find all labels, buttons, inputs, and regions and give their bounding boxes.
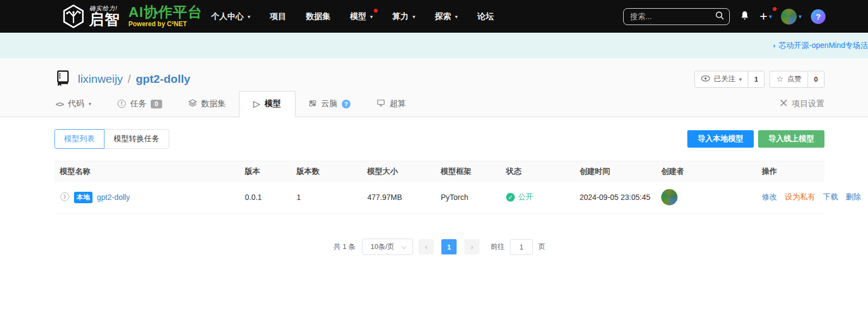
- monitor-icon: [377, 99, 385, 109]
- menu-models[interactable]: 模型 ▾: [350, 11, 373, 22]
- platform-title: AI协作平台: [128, 5, 202, 20]
- chevron-down-icon: ▾: [248, 14, 250, 20]
- chevron-down-icon: ▾: [739, 76, 742, 82]
- menu-datasets[interactable]: 数据集: [306, 11, 330, 22]
- col-status: 状态: [501, 161, 574, 182]
- layers-icon: [188, 99, 197, 109]
- page-size-select[interactable]: 10条/页: [362, 239, 413, 255]
- openi-logo[interactable]: 确实给力! 启智 AI协作平台 Powered by C²NET: [61, 4, 202, 29]
- menu-label: 项目: [270, 11, 286, 22]
- table-header-row: 模型名称 版本 版本数 模型大小 模型框架 状态 创建时间 创建者 操作: [54, 161, 824, 182]
- next-page-button[interactable]: ›: [464, 239, 479, 254]
- model-framework: PyTorch: [435, 182, 501, 214]
- watch-count[interactable]: 1: [748, 71, 764, 87]
- menu-explore[interactable]: 探索 ▾: [435, 11, 458, 22]
- repo-header: lixinweijy / gpt2-dolly 已关注 ▾ 1: [0, 58, 868, 117]
- col-version-count: 版本数: [291, 161, 362, 182]
- repo-book-icon: [54, 70, 71, 88]
- menu-forum[interactable]: 论坛: [477, 11, 494, 22]
- col-created-time: 创建时间: [574, 161, 656, 182]
- bell-icon[interactable]: [739, 10, 750, 23]
- page-size-value: 10条/页: [371, 242, 395, 252]
- issues-count-badge: 0: [151, 100, 162, 108]
- tab-model-convert[interactable]: 模型转换任务: [104, 129, 169, 149]
- model-table: 模型名称 版本 版本数 模型大小 模型框架 状态 创建时间 创建者 操作: [54, 161, 824, 214]
- col-framework: 模型框架: [435, 161, 501, 182]
- main-menu: 个人中心 ▾ 项目 数据集 模型 ▾ 算力 ▾ 探索 ▾ 论坛: [211, 11, 494, 22]
- modify-link[interactable]: 修改: [762, 192, 777, 202]
- repo-name-link[interactable]: gpt2-dolly: [136, 72, 190, 86]
- tab-datasets[interactable]: 数据集: [187, 92, 227, 117]
- delete-link[interactable]: 删除: [846, 192, 861, 202]
- pagination: 共 1 条 10条/页 ‹ 1 › 前往 页: [54, 239, 824, 255]
- brand-name: 启智: [89, 13, 120, 27]
- model-name-link[interactable]: gpt2-dolly: [97, 193, 130, 202]
- repo-tab-bar: <> 代码 ▾ ! 任务 0 数据集 ▷ 模型: [0, 91, 868, 117]
- row-actions: 修改 设为私有 下载 删除: [762, 192, 819, 202]
- model-version-count: 1: [291, 182, 362, 214]
- current-page-button[interactable]: 1: [441, 239, 457, 254]
- menu-compute[interactable]: 算力 ▾: [392, 11, 415, 22]
- model-sub-tabs: 模型列表 模型转换任务: [54, 129, 169, 149]
- code-icon: <>: [56, 100, 64, 108]
- help-button[interactable]: ?: [811, 9, 826, 24]
- download-link[interactable]: 下载: [823, 192, 838, 202]
- chevron-down-icon: ▾: [89, 101, 91, 107]
- announcement-link[interactable]: › 芯动开源-openMind专场活动: [773, 41, 868, 51]
- search-box[interactable]: [623, 8, 730, 25]
- chevron-down-icon: ▾: [798, 13, 802, 20]
- star-icon: ☆: [776, 74, 783, 84]
- tab-issues[interactable]: ! 任务 0: [116, 92, 163, 117]
- col-model-name: 模型名称: [54, 161, 239, 182]
- expand-chevron-icon[interactable]: [60, 192, 70, 203]
- tools-icon: [779, 99, 788, 109]
- tab-code[interactable]: <> 代码 ▾: [54, 92, 93, 117]
- import-local-model-button[interactable]: 导入本地模型: [687, 130, 754, 148]
- col-model-size: 模型大小: [362, 161, 435, 182]
- star-button[interactable]: ☆ 点赞: [770, 71, 807, 87]
- menu-projects[interactable]: 项目: [270, 11, 286, 22]
- chevron-down-icon: ▾: [370, 14, 373, 20]
- repo-owner-link[interactable]: lixinweijy: [78, 72, 123, 86]
- user-dropdown[interactable]: ▾: [781, 9, 802, 25]
- model-size: 477.97MB: [362, 182, 435, 214]
- status-badge: ✓ 公开: [506, 192, 569, 202]
- star-count[interactable]: 0: [808, 71, 824, 87]
- issue-icon: !: [118, 100, 126, 108]
- tab-model-list[interactable]: 模型列表: [54, 129, 104, 149]
- server-grid-icon: [309, 99, 317, 109]
- tab-cloudbrain[interactable]: 云脑 ?: [307, 92, 352, 117]
- model-toolbar: 模型列表 模型转换任务 导入本地模型 导入线上模型: [54, 129, 824, 149]
- user-avatar[interactable]: [781, 9, 797, 25]
- set-private-link[interactable]: 设为私有: [785, 192, 815, 202]
- goto-label: 前往: [490, 242, 504, 252]
- search-icon[interactable]: [715, 11, 724, 22]
- status-label: 公开: [518, 192, 533, 202]
- creator-avatar[interactable]: [661, 189, 678, 205]
- notification-dot: [773, 7, 777, 11]
- prev-page-button[interactable]: ‹: [418, 239, 434, 254]
- local-badge: 本地: [74, 192, 93, 203]
- table-row: 本地 gpt2-dolly 0.0.1 1 477.97MB PyTorch ✓…: [54, 182, 824, 214]
- import-online-model-button[interactable]: 导入线上模型: [758, 130, 824, 148]
- tab-label: 代码: [68, 99, 84, 109]
- chevron-down-icon: [401, 244, 407, 249]
- create-new-dropdown[interactable]: + ▾: [760, 10, 772, 23]
- navbar-right: + ▾ ▾ ?: [623, 8, 826, 25]
- repo-title-row: lixinweijy / gpt2-dolly 已关注 ▾ 1: [0, 58, 868, 89]
- tab-models-active[interactable]: ▷ 模型: [239, 91, 296, 117]
- top-navbar: 确实给力! 启智 AI协作平台 Powered by C²NET 个人中心 ▾ …: [0, 0, 868, 33]
- watch-button[interactable]: 已关注 ▾: [695, 71, 748, 87]
- repo-separator: /: [128, 73, 131, 86]
- question-circle-icon[interactable]: ?: [342, 100, 350, 108]
- announcement-banner: › 芯动开源-openMind专场活动: [0, 33, 868, 58]
- goto-page-input[interactable]: [510, 239, 533, 255]
- chevron-right-icon: ›: [773, 41, 775, 50]
- tab-label: 项目设置: [792, 99, 824, 109]
- brand-slogan: 确实给力!: [89, 5, 120, 11]
- menu-personal-center[interactable]: 个人中心 ▾: [211, 11, 250, 22]
- tab-project-settings[interactable]: 项目设置: [779, 92, 824, 117]
- search-input[interactable]: [630, 12, 715, 21]
- tab-hpc[interactable]: 超算: [375, 92, 407, 117]
- pagination-total: 共 1 条: [334, 242, 355, 252]
